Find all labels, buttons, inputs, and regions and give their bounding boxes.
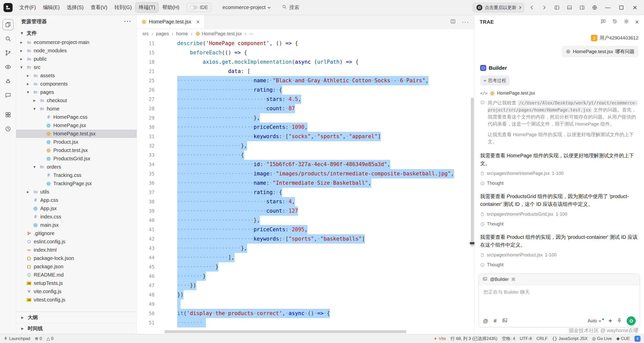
cue-status[interactable]: ◆ CUE xyxy=(616,336,630,341)
thought-toggle[interactable]: Thought xyxy=(480,181,638,186)
close-tab-icon[interactable]: × xyxy=(196,18,200,25)
toggle-secondary-sidebar-icon[interactable] xyxy=(577,3,587,13)
folder-checkout[interactable]: ▸checkout xyxy=(16,96,137,105)
code-line-49[interactable]: 49 xyxy=(137,299,474,309)
file-Tracking.css[interactable]: #Tracking.css xyxy=(16,171,137,179)
mention-icon[interactable]: @ xyxy=(483,318,488,324)
outline-section[interactable]: ▸ 大纲 xyxy=(16,312,137,323)
file-package.json[interactable]: {}package.json xyxy=(16,262,137,271)
breadcrumb-item[interactable]: HomePage.test.jsx xyxy=(195,31,242,36)
menubar-item-3[interactable]: 选择(S) xyxy=(63,2,87,13)
tab-homepage-test[interactable]: HomePage.test.jsx × xyxy=(137,15,205,28)
toggle-panel-icon[interactable] xyxy=(564,3,575,13)
file-ProductsGrid.jsx[interactable]: ProductsGrid.jsx xyxy=(16,155,137,163)
user-message[interactable]: HomePage.test.jsx 哪有问题 xyxy=(562,46,638,57)
horizontal-scrollbar[interactable] xyxy=(165,330,406,333)
folder-utils[interactable]: ▸utils xyxy=(16,188,137,196)
file-vite.config.js[interactable]: vite.config.js xyxy=(16,287,137,296)
file-HomePage.test.jsx[interactable]: HomePage.test.jsx xyxy=(16,130,137,138)
thought-toggle[interactable]: Thought xyxy=(480,262,638,268)
code-line-28[interactable]: 28····························count:·87 xyxy=(137,104,474,113)
code-line-31[interactable]: 31························keywords:·["so… xyxy=(137,132,474,141)
file-index.css[interactable]: #index.css xyxy=(16,213,137,221)
back-button[interactable] xyxy=(527,3,537,13)
split-editor-icon[interactable] xyxy=(450,19,456,25)
menubar-item-4[interactable]: 查看(V) xyxy=(87,2,111,13)
vertical-scrollbar[interactable] xyxy=(471,98,474,246)
code-line-35[interactable]: 35························image:·"images… xyxy=(137,169,474,178)
file-Product.jsx[interactable]: Product.jsx xyxy=(16,138,137,146)
image-attach-icon[interactable] xyxy=(502,318,508,324)
settings-gear-icon[interactable] xyxy=(624,19,629,25)
builder-chip-label[interactable]: @Builder xyxy=(490,277,509,282)
code-line-37[interactable]: 37························rating:·{ xyxy=(137,188,474,197)
code-line-46[interactable]: 46········} xyxy=(137,272,474,281)
code-line-36[interactable]: 36························name:·"Interme… xyxy=(137,178,474,188)
file-App.jsx[interactable]: App.jsx xyxy=(16,204,137,213)
file-Product.test.jsx[interactable]: Product.test.jsx xyxy=(16,146,137,155)
folder-orders[interactable]: ▾orders xyxy=(16,163,137,171)
file-README.md[interactable]: README.md xyxy=(16,271,137,279)
extensions-activity-icon[interactable] xyxy=(3,109,14,120)
file-HomePage.jsx[interactable]: HomePage.jsx xyxy=(16,121,137,130)
code-line-26[interactable]: 26························rating:·{ xyxy=(137,85,474,95)
toggle-sidebar-icon[interactable] xyxy=(552,3,562,13)
hash-icon[interactable]: # xyxy=(494,318,497,324)
restart-update-button[interactable]: 点击重启以更新 xyxy=(473,3,524,12)
indentation-setting[interactable]: 空格: 4 xyxy=(502,336,515,341)
code-line-50[interactable]: 50it('display·the·products·correct',·asy… xyxy=(137,309,474,318)
menubar-item-5[interactable]: 转到(G) xyxy=(111,2,135,13)
code-line-25[interactable]: 25························name:·"Black·a… xyxy=(137,76,474,85)
trae-logo-icon[interactable] xyxy=(4,3,13,12)
code-line-29[interactable]: 29························}, xyxy=(137,113,474,123)
chat-input-box[interactable]: @Builder ⌘ 您正在与 Builder 聊天 @ # Auto xyxy=(479,274,640,327)
code-line-11[interactable]: 11describe('HomePage component', () => { xyxy=(137,39,474,48)
folder-node_modules[interactable]: ▸node_modules xyxy=(16,47,137,55)
close-panel-icon[interactable]: × xyxy=(635,18,639,26)
send-button[interactable] xyxy=(627,316,636,325)
code-line-43[interactable]: 43····················}, xyxy=(137,244,474,253)
code-line-34[interactable]: 34························id:·"15b6fc6f-… xyxy=(137,160,474,169)
folder-ecommerce-project-main[interactable]: ▸ecommerce-project-main xyxy=(16,38,137,47)
new-chat-icon[interactable] xyxy=(600,19,606,25)
code-line-42[interactable]: 42························keywords:·["sp… xyxy=(137,234,474,244)
code-line-27[interactable]: 27····························stars:·4.5… xyxy=(137,95,474,104)
timeline-section[interactable]: ▸ 时间线 xyxy=(16,323,137,334)
code-line-51[interactable]: 51········ xyxy=(137,318,474,327)
ide-toggle[interactable] xyxy=(190,6,198,10)
debug-activity-icon[interactable] xyxy=(3,75,14,87)
breadcrumb-item[interactable]: ⋯ xyxy=(249,31,254,37)
file-eslint.config.js[interactable]: eslint.config.js xyxy=(16,238,137,246)
menubar-item-2[interactable]: 编辑(E) xyxy=(40,2,63,13)
more-actions-icon[interactable]: ··· xyxy=(462,18,469,25)
code-line-38[interactable]: 38····························stars:·4, xyxy=(137,197,474,206)
launchpad-button[interactable]: Launchpad xyxy=(4,336,30,341)
folder-home[interactable]: ▾home xyxy=(16,105,137,113)
encoding-setting[interactable]: UTF-8 xyxy=(520,336,532,341)
breadcrumb-item[interactable]: home xyxy=(176,31,188,36)
model-auto-selector[interactable]: Auto xyxy=(588,318,604,324)
enhance-prompt-icon[interactable]: + xyxy=(609,317,612,324)
close-window-button[interactable]: × xyxy=(629,2,640,13)
file-index.html[interactable]: <>index.html xyxy=(16,246,137,254)
language-mode[interactable]: {} JavaScript JSX xyxy=(552,336,588,341)
code-line-32[interactable]: 32····················}, xyxy=(137,141,474,150)
code-line-21[interactable]: 21 data: [ xyxy=(137,67,474,76)
file-HomePage.css[interactable]: #HomePage.css xyxy=(16,113,137,121)
file-TrackingPage.jsx[interactable]: TrackingPage.jsx xyxy=(16,179,137,188)
file-setupTests.js[interactable]: JSsetupTests.js xyxy=(16,279,137,287)
files-section-header[interactable]: ▾ 文件 xyxy=(16,28,137,38)
code-line-39[interactable]: 39····························count:·127 xyxy=(137,206,474,216)
cue-ai-icon[interactable] xyxy=(634,336,640,342)
code-line-15[interactable]: 15 beforeEach(() => { xyxy=(137,48,474,57)
code-editor[interactable]: 11describe('HomePage component', () => {… xyxy=(137,39,474,334)
thought-toggle[interactable]: Thought xyxy=(480,221,638,227)
file-reference[interactable]: src\pages\home\HomePage.jsx1-100 xyxy=(480,171,638,176)
code-line-18[interactable]: 18 axios.get.mockImplementation(async (u… xyxy=(137,57,474,67)
file-.gitignore[interactable]: .gitignore xyxy=(16,229,137,238)
chat-activity-icon[interactable] xyxy=(3,90,14,101)
ide-mode-badge[interactable]: IDE xyxy=(187,3,211,12)
file-package-lock.json[interactable]: {}package-lock.json xyxy=(16,254,137,262)
folder-src[interactable]: ▾src xyxy=(16,63,137,71)
code-line-48[interactable]: 48}) xyxy=(137,290,474,299)
